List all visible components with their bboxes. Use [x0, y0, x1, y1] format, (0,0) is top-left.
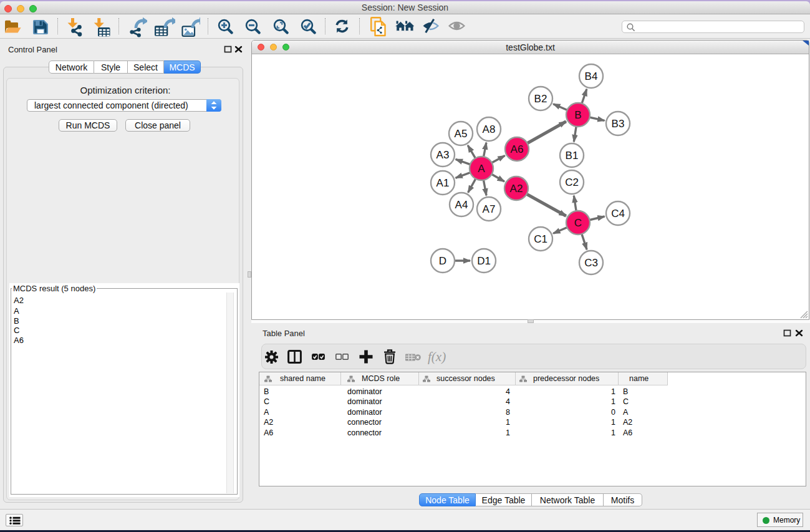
svg-text:C4: C4	[611, 208, 625, 220]
svg-text:A5: A5	[455, 128, 468, 140]
svg-text:A8: A8	[483, 123, 496, 135]
svg-text:B3: B3	[612, 118, 625, 130]
svg-text:B: B	[574, 109, 581, 121]
svg-text:B2: B2	[534, 93, 547, 105]
svg-text:A7: A7	[483, 203, 496, 215]
svg-text:A3: A3	[436, 149, 450, 161]
svg-text:A1: A1	[436, 177, 450, 189]
svg-text:B1: B1	[566, 150, 579, 162]
svg-text:B4: B4	[585, 70, 598, 82]
svg-text:C: C	[574, 217, 582, 229]
svg-text:A: A	[478, 163, 485, 175]
svg-text:A6: A6	[511, 143, 524, 155]
svg-text:A4: A4	[455, 199, 468, 211]
svg-text:A2: A2	[510, 183, 523, 195]
svg-text:C3: C3	[584, 257, 598, 269]
svg-text:D: D	[439, 255, 446, 267]
svg-text:C2: C2	[565, 177, 579, 188]
svg-text:D1: D1	[477, 255, 491, 267]
svg-text:C1: C1	[534, 233, 547, 245]
